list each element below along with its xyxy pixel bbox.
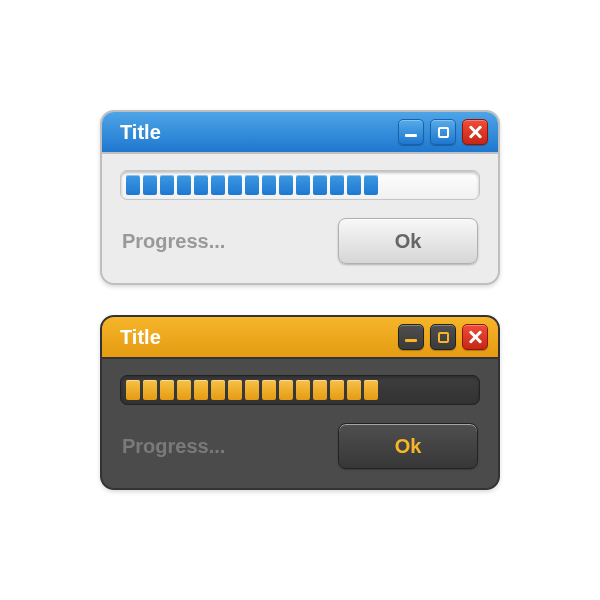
status-text: Progress... — [122, 435, 225, 458]
progress-segment — [143, 175, 157, 195]
progress-segment — [279, 175, 293, 195]
progress-segment — [262, 380, 276, 400]
progress-bar — [120, 375, 480, 405]
progress-segment — [160, 380, 174, 400]
progress-segment — [177, 380, 191, 400]
progress-segment — [313, 380, 327, 400]
close-icon — [468, 330, 482, 344]
ok-button[interactable]: Ok — [338, 423, 478, 469]
progress-segment — [245, 380, 259, 400]
footer: Progress... Ok — [120, 218, 480, 264]
progress-segment — [262, 175, 276, 195]
progress-segment — [296, 175, 310, 195]
close-icon — [468, 125, 482, 139]
ok-button[interactable]: Ok — [338, 218, 478, 264]
titlebar[interactable]: Title — [102, 317, 498, 359]
progress-segment — [279, 380, 293, 400]
status-text: Progress... — [122, 230, 225, 253]
progress-segment — [330, 380, 344, 400]
progress-dialog-light: Title Progress... Ok — [100, 110, 500, 285]
maximize-icon — [438, 332, 449, 343]
maximize-button[interactable] — [430, 324, 456, 350]
progress-segment — [143, 380, 157, 400]
progress-segment — [245, 175, 259, 195]
progress-segment — [177, 175, 191, 195]
minimize-button[interactable] — [398, 119, 424, 145]
progress-segment — [347, 380, 361, 400]
maximize-icon — [438, 127, 449, 138]
progress-segment — [211, 380, 225, 400]
close-button[interactable] — [462, 324, 488, 350]
progress-segment — [296, 380, 310, 400]
minimize-button[interactable] — [398, 324, 424, 350]
progress-segment — [313, 175, 327, 195]
progress-segment — [194, 380, 208, 400]
progress-segment — [211, 175, 225, 195]
minimize-icon — [405, 339, 417, 342]
maximize-button[interactable] — [430, 119, 456, 145]
window-controls — [398, 119, 488, 145]
window-controls — [398, 324, 488, 350]
window-title: Title — [120, 121, 398, 144]
progress-dialog-dark: Title Progress... Ok — [100, 315, 500, 490]
progress-segment — [330, 175, 344, 195]
close-button[interactable] — [462, 119, 488, 145]
progress-segment — [126, 380, 140, 400]
progress-segment — [364, 380, 378, 400]
footer: Progress... Ok — [120, 423, 480, 469]
window-body: Progress... Ok — [102, 154, 498, 276]
progress-segment — [228, 175, 242, 195]
progress-segment — [126, 175, 140, 195]
minimize-icon — [405, 134, 417, 137]
progress-segment — [228, 380, 242, 400]
titlebar[interactable]: Title — [102, 112, 498, 154]
progress-bar — [120, 170, 480, 200]
window-body: Progress... Ok — [102, 359, 498, 481]
progress-segment — [194, 175, 208, 195]
progress-segment — [347, 175, 361, 195]
progress-segment — [364, 175, 378, 195]
progress-segment — [160, 175, 174, 195]
window-title: Title — [120, 326, 398, 349]
